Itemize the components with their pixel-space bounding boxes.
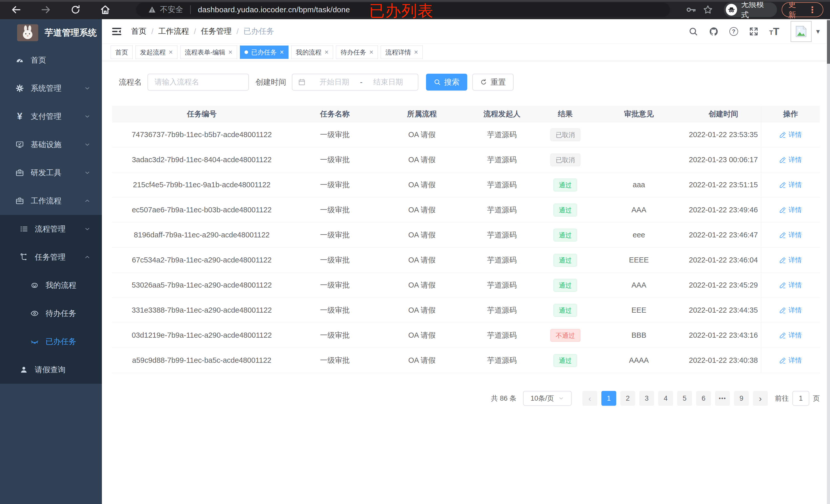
page-button-2[interactable]: 2 — [620, 391, 635, 406]
prev-page-button[interactable]: ‹ — [582, 391, 597, 406]
bookmark-star-icon[interactable] — [702, 4, 713, 15]
tab-todo-tasks[interactable]: 待办任务× — [336, 45, 378, 59]
breadcrumb-task-mgmt[interactable]: 任务管理 — [201, 26, 232, 37]
breadcrumb-done-tasks: 已办任务 — [244, 26, 274, 37]
page-button-5[interactable]: 5 — [677, 391, 692, 406]
fullscreen-icon[interactable] — [749, 27, 759, 36]
incognito-icon — [726, 4, 737, 15]
browser-update-button[interactable]: 更新 ⋮ — [781, 2, 823, 17]
total-count: 共 86 条 — [491, 394, 516, 403]
reset-button[interactable]: 重置 — [472, 74, 514, 91]
detail-link[interactable]: 详情 — [779, 281, 802, 290]
col-task-id: 任务编号 — [112, 106, 291, 122]
result-badge: 通过 — [553, 279, 577, 292]
detail-link[interactable]: 详情 — [779, 331, 802, 340]
tab-process-form-edit[interactable]: 流程表单-编辑× — [180, 45, 237, 59]
browser-back-button[interactable] — [10, 3, 23, 16]
window-scrollbar[interactable] — [827, 19, 830, 504]
detail-link[interactable]: 详情 — [779, 155, 802, 164]
cell-process: OA 请假 — [378, 273, 466, 298]
pencil-icon — [779, 182, 786, 188]
sidebar-item-infra[interactable]: 基础设施 — [0, 131, 102, 159]
search-icon[interactable] — [689, 27, 698, 36]
cell-task-id: 67c534a2-7b9a-11ec-a290-acde48001122 — [112, 248, 291, 272]
breadcrumb-home[interactable]: 首页 — [131, 26, 147, 37]
detail-link[interactable]: 详情 — [779, 205, 802, 214]
sidebar-item-devtools[interactable]: 研发工具 — [0, 159, 102, 187]
sidebar-item-home[interactable]: 首页 — [0, 46, 102, 74]
sidebar-item-todo-tasks[interactable]: 待办任务 — [0, 299, 102, 328]
close-icon[interactable]: × — [414, 49, 418, 56]
detail-link[interactable]: 详情 — [779, 180, 802, 189]
breadcrumb-workflow[interactable]: 工作流程 — [158, 26, 189, 37]
close-icon[interactable]: × — [280, 49, 284, 56]
sidebar-item-done-tasks[interactable]: 已办任务 — [0, 328, 102, 356]
sidebar-item-process-mgmt[interactable]: 流程管理 — [0, 215, 102, 243]
pencil-icon — [779, 257, 786, 264]
result-badge: 通过 — [553, 229, 577, 241]
detail-link[interactable]: 详情 — [779, 130, 802, 139]
sidebar-item-payment[interactable]: ¥ 支付管理 — [0, 102, 102, 131]
pencil-icon — [779, 232, 786, 238]
url-text[interactable]: dashboard.yudao.iocoder.cn/bpm/task/done — [198, 5, 350, 14]
close-icon[interactable]: × — [169, 49, 173, 56]
page-button-9[interactable]: 9 — [734, 391, 749, 406]
cell-task-name: 一级审批 — [291, 273, 378, 298]
list-icon — [20, 225, 28, 233]
not-secure-label[interactable]: 不安全 — [160, 4, 183, 15]
cell-comment — [592, 147, 685, 172]
cell-process: OA 请假 — [378, 172, 466, 197]
table-header: 任务编号 任务名称 所属流程 流程发起人 结果 审批意见 创建时间 操作 — [112, 106, 820, 122]
avatar-caret-icon[interactable]: ▾ — [816, 27, 820, 36]
chevron-up-icon — [84, 198, 91, 204]
avatar[interactable] — [791, 21, 811, 42]
create-time-range-picker[interactable]: 开始日期 - 结束日期 — [292, 74, 418, 91]
cell-create-time: 2022-01-22 23:46:04 — [685, 248, 761, 272]
tab-home[interactable]: 首页 — [110, 45, 133, 59]
page-size-select[interactable]: 10条/页 — [523, 391, 572, 406]
sidebar-item-workflow[interactable]: 工作流程 — [0, 187, 102, 215]
detail-link[interactable]: 详情 — [779, 256, 802, 265]
result-badge: 已取消 — [550, 154, 580, 166]
process-name-input[interactable]: 请输入流程名 — [148, 74, 249, 91]
cell-starter: 芋道源码 — [466, 147, 538, 172]
close-icon[interactable]: × — [369, 49, 373, 56]
tab-process-detail[interactable]: 流程详情× — [381, 45, 423, 59]
page-button-6[interactable]: 6 — [696, 391, 711, 406]
tab-done-tasks[interactable]: 已办任务× — [240, 45, 289, 59]
cell-task-name: 一级审批 — [291, 223, 378, 247]
page-ellipsis[interactable]: ••• — [715, 391, 730, 406]
scrollbar-thumb[interactable] — [827, 20, 830, 64]
search-button[interactable]: 搜索 — [426, 74, 467, 91]
next-page-button[interactable]: › — [753, 391, 768, 406]
page-button-1[interactable]: 1 — [601, 391, 616, 406]
pencil-icon — [779, 332, 786, 339]
help-icon[interactable]: ? — [729, 27, 738, 36]
cell-create-time: 2022-01-22 23:43:16 — [685, 323, 761, 348]
sidebar-item-task-mgmt[interactable]: 任务管理 — [0, 243, 102, 271]
close-icon[interactable]: × — [228, 49, 232, 56]
page-button-3[interactable]: 3 — [639, 391, 654, 406]
font-size-icon[interactable]: TT — [769, 27, 779, 36]
sidebar-item-leave-query[interactable]: 请假查询 — [0, 356, 102, 384]
browser-forward-button[interactable] — [39, 3, 52, 16]
github-icon[interactable] — [709, 27, 719, 36]
cell-comment: EEE — [592, 298, 685, 323]
close-icon[interactable]: × — [325, 49, 329, 56]
password-key-icon[interactable] — [685, 4, 697, 15]
sidebar-item-my-process[interactable]: 我的流程 — [0, 271, 102, 299]
cell-comment: AAA — [592, 273, 685, 298]
table-row: 3adac3d2-7b9d-11ec-8404-acde48001122 一级审… — [112, 147, 820, 172]
page-button-4[interactable]: 4 — [658, 391, 673, 406]
detail-link[interactable]: 详情 — [779, 231, 802, 239]
tab-my-process[interactable]: 我的流程× — [291, 45, 333, 59]
goto-page-input[interactable]: 1 — [792, 391, 809, 406]
sidebar-collapse-icon[interactable] — [111, 26, 122, 37]
browser-reload-button[interactable] — [69, 3, 82, 16]
detail-link[interactable]: 详情 — [779, 356, 802, 365]
detail-link[interactable]: 详情 — [779, 306, 802, 315]
sidebar-item-system[interactable]: 系统管理 — [0, 74, 102, 102]
browser-menu-icon[interactable]: ⋮ — [808, 5, 817, 15]
tab-start-process[interactable]: 发起流程× — [135, 45, 178, 59]
browser-home-button[interactable] — [99, 3, 111, 16]
